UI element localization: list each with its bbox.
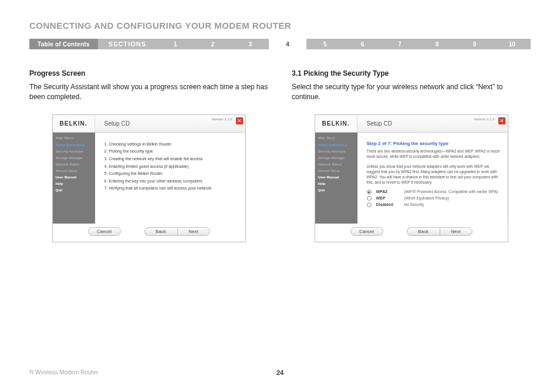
option-label: WPA2 <box>376 190 400 194</box>
belkin-logo: BELKIN. <box>315 115 357 132</box>
left-heading: Progress Screen <box>29 69 268 77</box>
version-label: Version 1.1.0 <box>211 117 232 121</box>
section-link-5[interactable]: 5 <box>306 39 344 49</box>
right-sidebar: Main MenuSetup Assistant ▸Security Assis… <box>315 133 357 224</box>
next-button[interactable]: Next <box>177 227 210 236</box>
section-link-9[interactable]: 9 <box>456 39 494 49</box>
step-desc-2: Unless you know that your network adapte… <box>367 164 501 185</box>
progress-step-list: 1. Checking settings in Belkin Router2. … <box>95 133 245 224</box>
sidebar-item[interactable]: Help <box>318 182 355 185</box>
security-option[interactable]: DisabledNo Security <box>367 202 501 207</box>
section-numbers: 12345678910 <box>157 39 531 49</box>
section-link-3[interactable]: 3 <box>231 39 269 49</box>
sidebar-item[interactable]: Network Status <box>318 163 355 166</box>
sidebar-item[interactable]: Setup Assistant ▸ <box>318 143 355 147</box>
left-body: The Security Assistant will show you a p… <box>29 82 268 103</box>
radio-icon[interactable] <box>367 196 372 201</box>
sidebar-item[interactable]: User Manual <box>318 175 355 179</box>
step-desc-1: There are two wireless-security technolo… <box>367 148 501 159</box>
section-link-7[interactable]: 7 <box>381 39 419 49</box>
option-desc: No Security <box>404 202 424 207</box>
page-number: 24 <box>276 369 284 376</box>
progress-step: 5. Configuring the Belkin Router <box>104 170 238 178</box>
security-type-panel: Step 2 of 7: Picking the security type T… <box>357 133 508 224</box>
page-title: CONNECTING AND CONFIGURING YOUR MODEM RO… <box>29 21 531 31</box>
sidebar-item[interactable]: Quit <box>318 188 355 192</box>
sidebar-item[interactable]: Main Menu <box>56 136 92 140</box>
progress-step: 2. Picking the security type <box>104 148 238 156</box>
back-button[interactable]: Back <box>144 227 177 236</box>
left-sidebar: Main MenuSetup Assistant ▸Security Assis… <box>53 133 95 224</box>
sidebar-item[interactable]: Quit <box>56 188 92 192</box>
section-link-4[interactable]: 4 <box>269 39 306 49</box>
option-desc: (Wired Equivalent Privacy) <box>404 196 450 200</box>
sidebar-item[interactable]: Security Assistant <box>318 150 355 153</box>
option-label: WEP <box>376 196 400 200</box>
progress-step: 7. Verifying that all computers can stil… <box>104 185 238 192</box>
sidebar-item[interactable]: Network Status <box>56 163 92 166</box>
progress-step: 1. Checking settings in Belkin Router <box>104 141 238 148</box>
step-title: Step 2 of 7: Picking the security type <box>367 141 501 146</box>
sidebar-item[interactable]: Main Menu <box>318 136 355 140</box>
section-link-2[interactable]: 2 <box>194 39 232 49</box>
page-footer: N Wireless Modem Router 24 <box>29 369 531 376</box>
option-label: Disabled <box>376 202 400 207</box>
option-desc: (WiFi® Protected Access, Compatible with… <box>404 190 498 194</box>
security-option[interactable]: WEP(Wired Equivalent Privacy) <box>367 196 501 201</box>
belkin-logo: BELKIN. <box>53 115 95 132</box>
sidebar-item[interactable]: Manual Setup <box>56 169 92 173</box>
right-body: Select the security type for your wirele… <box>292 82 531 103</box>
radio-icon[interactable] <box>367 202 372 207</box>
right-heading: 3.1 Picking the Security Type <box>292 69 531 77</box>
section-navbar: Table of Contents SECTIONS 12345678910 <box>29 39 531 49</box>
sidebar-item[interactable]: Storage Manager <box>56 156 92 160</box>
close-icon[interactable]: ✕ <box>498 117 505 124</box>
sidebar-item[interactable]: Manual Setup <box>318 169 355 173</box>
progress-screenshot: BELKIN. Setup CD Version 1.1.0 ✕ Main Me… <box>52 114 246 242</box>
sections-label: SECTIONS <box>98 39 157 49</box>
cancel-button[interactable]: Cancel <box>350 227 383 236</box>
cancel-button[interactable]: Cancel <box>88 227 121 236</box>
version-label: Version 1.1.0 <box>474 117 494 121</box>
sidebar-item[interactable]: Setup Assistant ▸ <box>56 143 92 147</box>
security-screenshot: BELKIN. Setup CD Version 1.1.0 ✕ Main Me… <box>315 114 508 242</box>
right-column: 3.1 Picking the Security Type Select the… <box>292 69 531 242</box>
next-button[interactable]: Next <box>440 227 473 236</box>
product-name: N Wireless Modem Router <box>29 369 98 376</box>
section-link-1[interactable]: 1 <box>157 39 194 49</box>
back-button[interactable]: Back <box>407 227 440 236</box>
security-option[interactable]: WPA2(WiFi® Protected Access, Compatible … <box>367 190 501 194</box>
sidebar-item[interactable]: Security Assistant <box>56 150 92 153</box>
progress-step: 4. Enabling limited guest access (if app… <box>104 163 238 171</box>
left-column: Progress Screen The Security Assistant w… <box>29 69 268 242</box>
sidebar-item[interactable]: Storage Manager <box>318 156 355 160</box>
sidebar-item[interactable]: User Manual <box>56 175 92 179</box>
progress-step: 6. Entering the key into your other wire… <box>104 178 238 185</box>
section-link-6[interactable]: 6 <box>344 39 382 49</box>
progress-step: 3. Creating the network key that will en… <box>104 156 238 163</box>
close-icon[interactable]: ✕ <box>236 117 243 124</box>
sidebar-item[interactable]: Help <box>56 182 92 185</box>
radio-icon[interactable] <box>367 190 372 194</box>
section-link-8[interactable]: 8 <box>419 39 456 49</box>
toc-link[interactable]: Table of Contents <box>29 39 98 49</box>
section-link-10[interactable]: 10 <box>493 39 531 49</box>
